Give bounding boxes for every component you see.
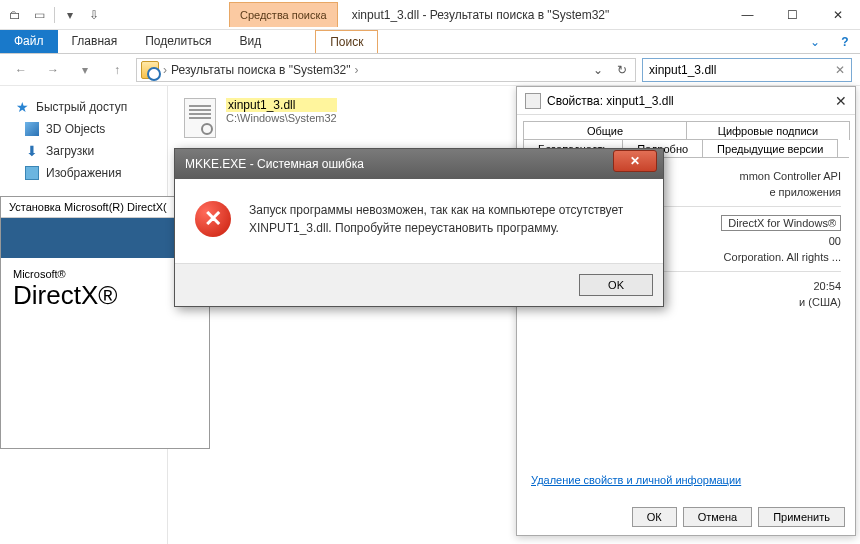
back-button[interactable]: ← bbox=[8, 57, 34, 83]
minimize-button[interactable]: — bbox=[725, 0, 770, 30]
tab-search[interactable]: Поиск bbox=[315, 30, 378, 53]
search-folder-icon bbox=[141, 61, 159, 79]
sidebar-item-label: 3D Objects bbox=[46, 122, 105, 136]
error-dialog: MKKE.EXE - Системная ошибка ✕ ✕ Запуск п… bbox=[174, 148, 664, 307]
chevron-right-icon[interactable]: › bbox=[355, 63, 359, 77]
tab-signatures[interactable]: Цифровые подписи bbox=[686, 121, 850, 140]
properties-footer: ОК Отмена Применить bbox=[632, 507, 845, 527]
sidebar-item-label: Быстрый доступ bbox=[36, 100, 127, 114]
cube-icon bbox=[24, 121, 40, 137]
separator bbox=[54, 7, 55, 23]
tab-previous-versions[interactable]: Предыдущие версии bbox=[702, 139, 838, 158]
file-path: C:\Windows\System32 bbox=[226, 112, 337, 124]
ok-button[interactable]: OK bbox=[579, 274, 653, 296]
maximize-button[interactable]: ☐ bbox=[770, 0, 815, 30]
sidebar-item-label: Изображения bbox=[46, 166, 121, 180]
close-button[interactable]: ✕ bbox=[815, 0, 860, 30]
clear-search-icon[interactable]: ✕ bbox=[835, 63, 845, 77]
close-button[interactable]: ✕ bbox=[613, 150, 657, 172]
apply-button[interactable]: Применить bbox=[758, 507, 845, 527]
tab-home[interactable]: Главная bbox=[58, 30, 132, 53]
ok-button[interactable]: ОК bbox=[632, 507, 677, 527]
properties-title: Свойства: xinput1_3.dll bbox=[547, 94, 835, 108]
sidebar-item-3d-objects[interactable]: 3D Objects bbox=[6, 118, 161, 140]
search-tools-contextual-tab: Средства поиска bbox=[229, 2, 338, 27]
breadcrumb[interactable]: Результаты поиска в "System32" bbox=[171, 63, 351, 77]
address-bar-row: ← → ▾ ↑ › Результаты поиска в "System32"… bbox=[0, 54, 860, 86]
quick-access-toolbar: 🗀 ▭ ▾ ⇩ bbox=[0, 4, 109, 26]
tab-general[interactable]: Общие bbox=[523, 121, 687, 140]
error-titlebar[interactable]: MKKE.EXE - Системная ошибка ✕ bbox=[175, 149, 663, 179]
folder-icon[interactable]: 🗀 bbox=[4, 4, 26, 26]
refresh-icon[interactable]: ↻ bbox=[613, 63, 631, 77]
tab-view[interactable]: Вид bbox=[225, 30, 275, 53]
sidebar-item-quick-access[interactable]: ★ Быстрый доступ bbox=[6, 96, 161, 118]
tab-share[interactable]: Поделиться bbox=[131, 30, 225, 53]
error-icon: ✕ bbox=[195, 201, 231, 237]
recent-dropdown[interactable]: ▾ bbox=[72, 57, 98, 83]
search-input[interactable] bbox=[649, 63, 835, 77]
dll-small-icon bbox=[525, 93, 541, 109]
ribbon-tabs: Файл Главная Поделиться Вид Поиск ⌄ ? bbox=[0, 30, 860, 54]
directx-brand-large: DirectX® bbox=[13, 280, 197, 311]
sidebar-item-label: Загрузки bbox=[46, 144, 94, 158]
remove-properties-link[interactable]: Удаление свойств и личной информации bbox=[531, 474, 741, 486]
pin-icon[interactable]: ▭ bbox=[28, 4, 50, 26]
overflow-icon[interactable]: ⇩ bbox=[83, 4, 105, 26]
cancel-button[interactable]: Отмена bbox=[683, 507, 752, 527]
sidebar-item-downloads[interactable]: ⬇ Загрузки bbox=[6, 140, 161, 162]
up-button[interactable]: ↑ bbox=[104, 57, 130, 83]
window-controls: — ☐ ✕ bbox=[725, 0, 860, 30]
sidebar-item-pictures[interactable]: Изображения bbox=[6, 162, 161, 184]
window-title: xinput1_3.dll - Результаты поиска в "Sys… bbox=[338, 8, 725, 22]
chevron-right-icon[interactable]: › bbox=[163, 63, 167, 77]
pictures-icon bbox=[24, 165, 40, 181]
properties-titlebar[interactable]: Свойства: xinput1_3.dll ✕ bbox=[517, 87, 855, 115]
dropdown-icon[interactable]: ▾ bbox=[59, 4, 81, 26]
address-box[interactable]: › Результаты поиска в "System32" › ⌄ ↻ bbox=[136, 58, 636, 82]
tab-file[interactable]: Файл bbox=[0, 30, 58, 53]
error-message: Запуск программы невозможен, так как на … bbox=[249, 201, 643, 237]
prop-value: DirectX for Windows® bbox=[721, 215, 841, 231]
file-name: xinput1_3.dll bbox=[226, 98, 337, 112]
history-dropdown-icon[interactable]: ⌄ bbox=[587, 63, 609, 77]
star-icon: ★ bbox=[14, 99, 30, 115]
error-footer: OK bbox=[175, 263, 663, 306]
error-body: ✕ Запуск программы невозможен, так как н… bbox=[175, 179, 663, 263]
titlebar: 🗀 ▭ ▾ ⇩ Средства поиска xinput1_3.dll - … bbox=[0, 0, 860, 30]
directx-brand-small: Microsoft® bbox=[13, 268, 197, 280]
close-icon[interactable]: ✕ bbox=[835, 93, 847, 109]
search-box[interactable]: ✕ bbox=[642, 58, 852, 82]
forward-button[interactable]: → bbox=[40, 57, 66, 83]
help-icon[interactable]: ? bbox=[830, 30, 860, 53]
dll-file-icon bbox=[184, 98, 216, 138]
expand-ribbon-icon[interactable]: ⌄ bbox=[800, 30, 830, 53]
error-title: MKKE.EXE - Системная ошибка bbox=[185, 157, 613, 171]
download-icon: ⬇ bbox=[24, 143, 40, 159]
